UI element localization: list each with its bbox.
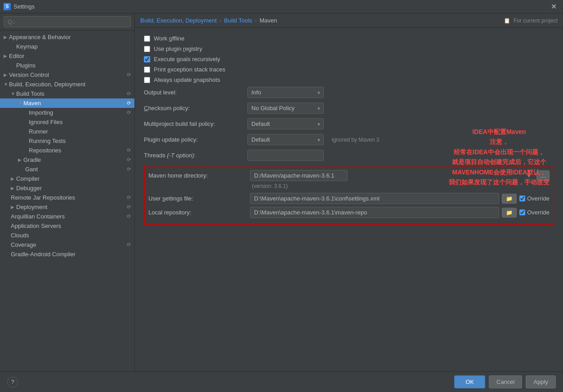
use-plugin-registry-label[interactable]: Use plugin registry — [154, 45, 202, 52]
sidebar-item-label: Importing — [29, 109, 125, 116]
output-level-label: Output level: — [144, 89, 243, 96]
checksum-policy-select[interactable]: No Global Policy Strict Warn Ignore — [247, 102, 324, 114]
user-settings-override-checkbox[interactable] — [519, 196, 525, 201]
output-level-row: Output level: Quiet Info Debug ▼ — [144, 87, 554, 98]
sidebar-item-label: Build Tools — [16, 90, 125, 97]
threads-label: Threads (-T option): — [144, 152, 243, 159]
breadcrumb-sep-1: › — [219, 17, 221, 24]
sidebar-item-maven[interactable]: ▼ Maven ⟳ — [0, 98, 134, 108]
local-repository-input[interactable] — [250, 207, 499, 218]
local-repository-browse-button[interactable]: 📁 — [502, 208, 517, 218]
sidebar-item-plugins[interactable]: Plugins — [0, 61, 134, 70]
bottom-bar: ? OK Cancel Apply — [0, 371, 563, 392]
sidebar-item-coverage[interactable]: Coverage ⟳ — [0, 240, 134, 249]
sidebar-item-build-tools[interactable]: ▼ Build Tools ⟳ — [0, 89, 134, 98]
plugin-update-policy-select[interactable]: Default Always Update Never Update Use M… — [247, 134, 324, 145]
breadcrumb-sep-2: › — [255, 17, 257, 24]
work-offline-checkbox[interactable] — [144, 36, 150, 42]
sidebar-item-gradle-android[interactable]: Gradle-Android Compiler — [0, 249, 134, 259]
sidebar-item-importing[interactable]: Importing ⟳ — [0, 108, 134, 117]
sidebar-item-editor[interactable]: ▶ Editor — [0, 51, 134, 61]
sidebar-item-runner[interactable]: Runner — [0, 127, 134, 136]
threads-row: Threads (-T option): — [144, 150, 554, 161]
output-level-select[interactable]: Quiet Info Debug — [247, 87, 324, 98]
always-update-label[interactable]: Always update snapshots — [154, 76, 220, 83]
sidebar-item-label: Arquillian Containers — [11, 213, 125, 220]
sync-icon: ⟳ — [127, 110, 131, 116]
ok-button[interactable]: OK — [454, 375, 485, 388]
always-update-row: Always update snapshots — [144, 76, 554, 83]
arrow-icon: ▶ — [11, 205, 16, 209]
plugin-update-policy-select-wrapper: Default Always Update Never Update Use M… — [247, 134, 324, 145]
for-project-label: 📋 For current project — [504, 18, 558, 24]
always-update-checkbox[interactable] — [144, 77, 150, 83]
arrow-icon: ▶ — [11, 186, 16, 191]
print-exceptions-checkbox[interactable] — [144, 67, 150, 73]
sidebar-item-repositories[interactable]: Repositories ⟳ — [0, 146, 134, 155]
checksum-policy-select-wrapper: No Global Policy Strict Warn Ignore ▼ — [247, 102, 324, 114]
sidebar-item-label: Gant — [25, 166, 125, 173]
close-button[interactable]: ✕ — [548, 1, 559, 12]
threads-input[interactable] — [247, 150, 324, 161]
user-settings-override-label[interactable]: Override — [527, 195, 550, 202]
use-plugin-registry-row: Use plugin registry — [144, 45, 554, 52]
breadcrumb-build-execution[interactable]: Build, Execution, Deployment — [140, 17, 217, 24]
print-exceptions-label[interactable]: Print exception stack traces — [154, 66, 225, 73]
apply-button[interactable]: Apply — [526, 375, 556, 388]
user-settings-file-input[interactable] — [250, 193, 499, 204]
execute-goals-label[interactable]: Execute goals recursively — [154, 56, 220, 62]
sidebar-item-label: Build, Execution, Deployment — [9, 81, 131, 88]
maven-home-select[interactable]: D:/Maven/apache-maven-3.6.1 — [250, 170, 348, 181]
title-bar-left: S Settings — [4, 3, 35, 10]
sidebar-item-appearance[interactable]: ▶ Appearance & Behavior — [0, 32, 134, 42]
sidebar-item-debugger[interactable]: ▶ Debugger — [0, 183, 134, 193]
cancel-button[interactable]: Cancel — [489, 375, 522, 388]
sidebar-item-compiler[interactable]: ▶ Compiler — [0, 174, 134, 183]
execute-goals-checkbox[interactable] — [144, 56, 150, 62]
breadcrumb-build-tools[interactable]: Build Tools — [224, 17, 252, 24]
ignored-note: ignored by Maven 3 — [332, 137, 379, 143]
search-bar — [0, 13, 134, 31]
local-repository-override-checkbox[interactable] — [519, 209, 525, 215]
sidebar-item-gradle[interactable]: ▶ Gradle ⟳ — [0, 155, 134, 165]
sidebar-item-running-tests[interactable]: Running Tests — [0, 136, 134, 146]
multiproject-build-row: Multiproject build fail policy: Default … — [144, 118, 554, 129]
execute-goals-row: Execute goals recursively — [144, 56, 554, 62]
sidebar-item-build-execution[interactable]: ▼ Build, Execution, Deployment — [0, 80, 134, 89]
right-panel: Build, Execution, Deployment › Build Too… — [135, 13, 563, 371]
maven-home-select-wrapper: D:/Maven/apache-maven-3.6.1 ▼ — [250, 170, 534, 181]
sidebar-item-ignored-files[interactable]: Ignored Files — [0, 117, 134, 127]
local-repository-override-label[interactable]: Override — [527, 209, 550, 216]
local-repository-row: Local repository: 📁 Override — [148, 207, 550, 218]
sidebar-item-label: Clouds — [11, 232, 131, 239]
sync-icon: ⟳ — [127, 91, 131, 97]
use-plugin-registry-checkbox[interactable] — [144, 46, 150, 52]
print-exceptions-row: Print exception stack traces — [144, 66, 554, 73]
project-icon: 📋 — [504, 18, 510, 24]
sidebar-item-remote-jar[interactable]: Remote Jar Repositories ⟳ — [0, 193, 134, 202]
sidebar-item-deployment[interactable]: ▶ Deployment ⟳ — [0, 202, 134, 212]
sidebar-item-gant[interactable]: Gant ⟳ — [0, 165, 134, 174]
multiproject-build-select-wrapper: Default Fail At End Fail Fast Never Fail… — [247, 118, 324, 129]
sidebar-item-clouds[interactable]: Clouds — [0, 231, 134, 240]
sidebar-item-arquillian[interactable]: Arquillian Containers ⟳ — [0, 212, 134, 221]
sidebar-item-label: Maven — [23, 100, 125, 107]
title-bar: S Settings ✕ — [0, 0, 563, 13]
user-settings-file-browse-button[interactable]: 📁 — [502, 194, 517, 204]
sync-icon: ⟳ — [127, 214, 131, 219]
maven-home-browse-button[interactable]: ... — [536, 170, 550, 181]
help-button[interactable]: ? — [7, 377, 18, 388]
arrow-icon: ▶ — [11, 176, 16, 181]
search-input[interactable] — [4, 16, 131, 27]
breadcrumb-bar: Build, Execution, Deployment › Build Too… — [135, 13, 563, 28]
arrow-icon: ▼ — [18, 101, 23, 106]
sync-icon: ⟳ — [127, 147, 131, 153]
sidebar-item-label: Appearance & Behavior — [9, 34, 131, 40]
checksum-policy-label: Checksum policy: — [144, 105, 243, 111]
multiproject-build-select[interactable]: Default Fail At End Fail Fast Never Fail — [247, 118, 324, 129]
work-offline-label[interactable]: Work offline — [154, 35, 184, 42]
maven-home-row: Maven home directory: D:/Maven/apache-ma… — [148, 170, 550, 181]
sidebar-item-version-control[interactable]: ▶ Version Control ⟳ — [0, 70, 134, 80]
sidebar-item-keymap[interactable]: Keymap — [0, 42, 134, 51]
sidebar-item-app-servers[interactable]: Application Servers — [0, 221, 134, 231]
